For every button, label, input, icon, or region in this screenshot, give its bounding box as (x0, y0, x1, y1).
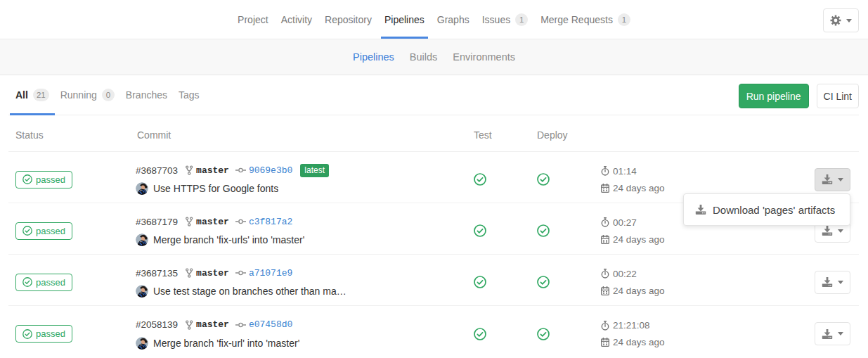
pipeline-id-link[interactable]: #3687179 (136, 217, 178, 227)
merge-requests-count-badge: 1 (618, 13, 630, 26)
branch-link[interactable]: master (196, 268, 229, 279)
download-pages-artifacts-item[interactable]: Download 'pages' artifacts (684, 204, 850, 216)
timer-icon (601, 166, 609, 176)
nav-item-graphs[interactable]: Graphs (431, 0, 476, 39)
latest-badge: latest (300, 164, 329, 177)
nav-item-activity[interactable]: Activity (275, 0, 318, 39)
nav-item-project[interactable]: Project (231, 0, 275, 39)
actions-cell (734, 271, 859, 294)
gear-icon (830, 15, 841, 26)
nav-item-merge-requests[interactable]: Merge Requests 1 (534, 0, 637, 39)
test-passed-icon[interactable] (474, 224, 486, 237)
status-label: passed (36, 328, 65, 339)
status-cell: passed (8, 222, 136, 240)
test-passed-icon[interactable] (474, 173, 486, 186)
avatar[interactable] (136, 234, 148, 246)
timer-icon (601, 217, 609, 227)
pipeline-duration: 00:22 (613, 269, 637, 279)
calendar-icon (601, 286, 609, 295)
chevron-down-icon (838, 332, 843, 335)
timer-icon (601, 269, 609, 279)
header-test: Test (467, 129, 530, 141)
avatar-image (136, 182, 148, 195)
commit-message-link[interactable]: Use test stage on branches other than ma… (153, 286, 346, 297)
artifacts-download-button[interactable] (815, 271, 850, 294)
pipeline-id-link[interactable]: #3687135 (136, 268, 178, 279)
pipeline-id-link[interactable]: #2058139 (136, 319, 178, 330)
tab-tags[interactable]: Tags (173, 75, 205, 115)
commit-message-link[interactable]: Use HTTPS for Google fonts (153, 183, 278, 194)
subnav-item-builds[interactable]: Builds (402, 51, 446, 63)
pipeline-duration: 01:14 (613, 166, 637, 177)
avatar[interactable] (136, 337, 148, 350)
tab-branches[interactable]: Branches (120, 75, 173, 115)
deploy-passed-icon[interactable] (537, 173, 550, 186)
test-passed-icon[interactable] (474, 276, 486, 288)
test-passed-icon[interactable] (474, 328, 486, 340)
pipeline-id-link[interactable]: #3687703 (136, 165, 178, 176)
chevron-down-icon (838, 178, 843, 181)
tab-label: Branches (126, 89, 167, 101)
download-icon (695, 205, 706, 215)
download-icon (822, 277, 833, 287)
nav-item-label: Pipelines (384, 14, 425, 25)
deploy-cell (530, 173, 593, 186)
avatar-image (136, 234, 148, 246)
download-icon (822, 226, 833, 236)
deploy-passed-icon[interactable] (537, 276, 550, 288)
commit-cell: #3687135 master a71071e9 Use test stage … (136, 266, 467, 298)
status-badge-passed[interactable]: passed (15, 325, 72, 343)
commit-message-link[interactable]: Merge branch 'fix-url' into 'master' (153, 338, 299, 349)
project-navbar: Project Activity Repository Pipelines Gr… (0, 0, 868, 39)
tab-all[interactable]: All 21 (10, 75, 55, 115)
header-deploy: Deploy (530, 129, 593, 141)
commit-sha-link[interactable]: e07458d0 (249, 319, 292, 330)
nav-item-issues[interactable]: Issues 1 (476, 0, 534, 39)
nav-item-repository[interactable]: Repository (318, 0, 378, 39)
branch-icon (186, 165, 193, 175)
pipeline-age: 24 days ago (613, 234, 665, 245)
project-settings-button[interactable] (823, 8, 859, 32)
avatar[interactable] (136, 182, 148, 195)
pipelines-table: Status Commit Test Deploy passed #368770… (8, 115, 859, 357)
deploy-passed-icon[interactable] (537, 328, 550, 340)
status-label: passed (36, 174, 65, 185)
ci-lint-button[interactable]: CI Lint (817, 84, 859, 108)
pipeline-duration: 00:27 (613, 217, 637, 228)
subnav-item-environments[interactable]: Environments (445, 51, 523, 63)
calendar-icon (601, 235, 609, 244)
deploy-passed-icon[interactable] (537, 224, 550, 237)
nav-item-label: Project (238, 14, 268, 25)
commit-cell: #3687179 master c3f817a2 Merge branch 'f… (136, 215, 467, 247)
pipeline-age: 24 days ago (613, 337, 665, 347)
status-badge-passed[interactable]: passed (15, 171, 72, 188)
status-label: passed (36, 277, 65, 288)
pipelines-toolbar: All 21 Running 0 Branches Tags Run pipel… (8, 75, 859, 115)
status-badge-passed[interactable]: passed (15, 222, 72, 240)
branch-link[interactable]: master (196, 217, 229, 227)
commit-icon (235, 321, 246, 328)
run-pipeline-button[interactable]: Run pipeline (739, 84, 809, 108)
branch-link[interactable]: master (196, 165, 229, 176)
tab-label: All (15, 89, 28, 101)
chevron-down-icon (838, 229, 843, 233)
tab-running[interactable]: Running 0 (55, 75, 120, 115)
branch-link[interactable]: master (196, 319, 229, 330)
status-badge-passed[interactable]: passed (15, 274, 72, 291)
subnav-item-pipelines[interactable]: Pipelines (345, 51, 402, 63)
artifacts-download-button[interactable] (815, 322, 850, 345)
nav-item-label: Activity (281, 14, 312, 25)
commit-message-link[interactable]: Merge branch 'fix-urls' into 'master' (153, 234, 304, 245)
commit-sha-link[interactable]: c3f817a2 (249, 217, 292, 227)
commit-cell: #3687703 master 9069e3b0 latest Use HTTP… (136, 163, 467, 196)
deploy-cell (530, 224, 593, 237)
nav-item-pipelines[interactable]: Pipelines (378, 0, 431, 39)
check-circle-icon (22, 329, 32, 339)
commit-sha-link[interactable]: a71071e9 (249, 268, 292, 279)
pipelines-subnav: Pipelines Builds Environments (0, 39, 868, 75)
check-circle-icon (22, 226, 32, 236)
avatar[interactable] (136, 285, 148, 298)
chevron-down-icon (838, 281, 843, 284)
artifacts-download-button[interactable] (815, 168, 850, 191)
commit-sha-link[interactable]: 9069e3b0 (249, 165, 292, 176)
